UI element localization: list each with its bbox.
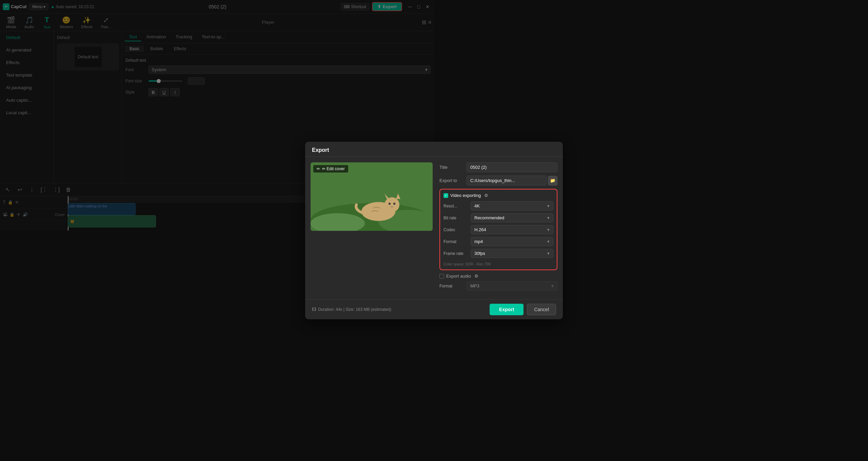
export-dialog: Export xyxy=(305,142,434,230)
edit-cover-button[interactable]: ✏ ✏ Edit cover xyxy=(313,165,348,173)
dialog-header: Export xyxy=(305,142,434,157)
dialog-preview: ✏ ✏ Edit cover xyxy=(311,162,433,230)
cat-preview-svg xyxy=(311,162,433,230)
svg-point-8 xyxy=(389,203,391,205)
edit-icon: ✏ xyxy=(317,166,320,171)
svg-point-9 xyxy=(393,203,395,205)
preview-image: ✏ ✏ Edit cover xyxy=(311,162,433,230)
svg-point-5 xyxy=(384,197,399,212)
export-dialog-overlay: Export xyxy=(0,0,434,230)
dialog-body: ✏ ✏ Edit cover Title Export to � xyxy=(305,157,434,230)
